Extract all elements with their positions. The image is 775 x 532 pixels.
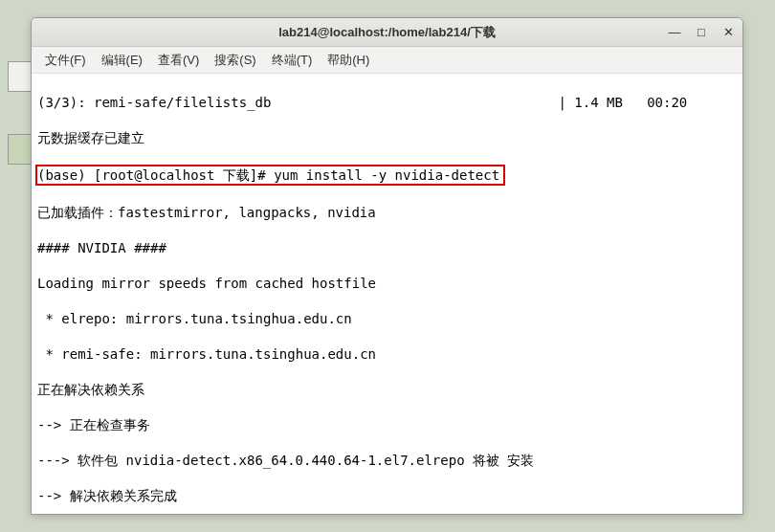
progress-text: (3/3): remi-safe/filelists_db	[37, 95, 271, 110]
term-line: ---> 软件包 nvidia-detect.x86_64.0.440.64-1…	[37, 452, 737, 470]
term-line: 元数据缓存已建立	[37, 129, 737, 147]
highlighted-command: (base) [root@localhost 下载]# yum install …	[35, 165, 505, 187]
close-button[interactable]: ✕	[720, 23, 737, 40]
term-line: * remi-safe: mirrors.tuna.tsinghua.edu.c…	[37, 345, 737, 364]
menu-terminal[interactable]: 终端(T)	[264, 48, 321, 73]
menu-edit[interactable]: 编辑(E)	[94, 48, 150, 73]
term-line: 正在解决依赖关系	[37, 381, 737, 399]
titlebar[interactable]: lab214@localhost:/home/lab214/下载 — □ ✕	[32, 18, 742, 47]
menu-search[interactable]: 搜索(S)	[207, 48, 263, 73]
window-title: lab214@localhost:/home/lab214/下载	[32, 24, 742, 41]
menu-help[interactable]: 帮助(H)	[320, 48, 377, 73]
term-line: 已加载插件：fastestmirror, langpacks, nvidia	[37, 204, 737, 222]
term-line: Loading mirror speeds from cached hostfi…	[37, 275, 737, 293]
minimize-button[interactable]: —	[666, 23, 683, 40]
menu-file[interactable]: 文件(F)	[37, 48, 94, 73]
term-line: #### NVIDIA ####	[37, 239, 737, 257]
maximize-button[interactable]: □	[693, 23, 710, 40]
menubar: 文件(F) 编辑(E) 查看(V) 搜索(S) 终端(T) 帮助(H)	[32, 47, 742, 74]
progress-right: | 1.4 MB 00:20	[558, 95, 687, 110]
term-line: --> 正在检查事务	[37, 416, 737, 434]
terminal-area[interactable]: (3/3): remi-safe/filelists_db| 1.4 MB 00…	[32, 74, 742, 514]
term-line: * elrepo: mirrors.tuna.tsinghua.edu.cn	[37, 310, 737, 328]
term-line: (3/3): remi-safe/filelists_db| 1.4 MB 00…	[37, 94, 737, 112]
prompt: (base) [root@localhost 下载]#	[37, 167, 274, 183]
terminal-window: lab214@localhost:/home/lab214/下载 — □ ✕ 文…	[31, 17, 743, 515]
command-text: yum install -y nvidia-detect	[274, 167, 499, 183]
window-controls: — □ ✕	[666, 23, 737, 40]
menu-view[interactable]: 查看(V)	[150, 48, 207, 73]
term-line: --> 解决依赖关系完成	[37, 487, 737, 505]
term-line: (base) [root@localhost 下载]# yum install …	[37, 165, 737, 187]
